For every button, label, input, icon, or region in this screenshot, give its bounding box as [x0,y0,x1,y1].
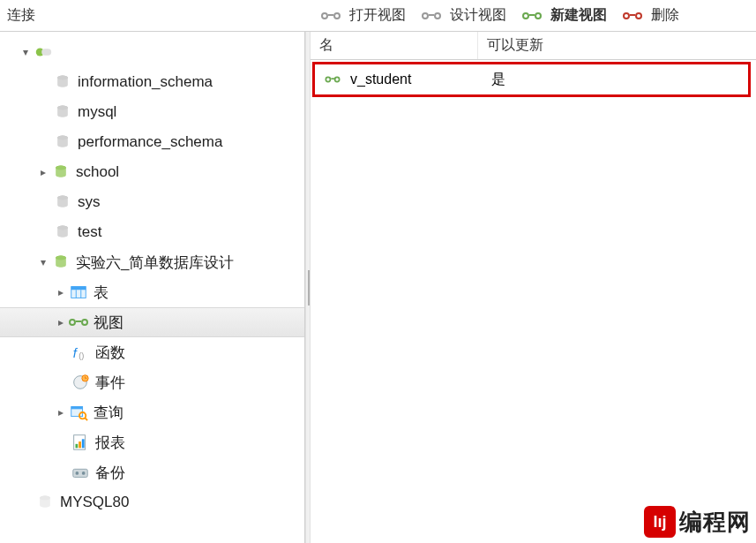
tree-node-events[interactable]: 事件 [0,367,304,397]
svg-text:(): () [79,351,84,360]
mysql80-label: MYSQL80 [60,494,129,511]
toolbar: 打开视图 设计视图 新建视图 删除 [305,4,756,27]
queries-label: 查询 [94,403,124,423]
svg-point-5 [57,106,68,110]
views-label: 视图 [94,313,124,333]
functions-label: 函数 [95,343,125,363]
tree-node-functions[interactable]: f() 函数 [0,337,304,367]
query-icon [69,403,88,422]
panel-title: 连接 [0,6,305,25]
svg-line-29 [85,418,87,420]
database-icon [53,72,72,92]
svg-point-36 [82,471,86,475]
grid-row[interactable]: v_student 是 [315,64,748,94]
column-updatable-header[interactable]: 可以更新 [478,36,756,55]
svg-rect-34 [73,469,88,477]
chevron-right-icon[interactable]: ▸ [53,316,69,328]
svg-rect-27 [71,407,83,410]
highlight-annotation: v_student 是 [312,62,751,97]
svg-point-7 [57,136,68,140]
database-icon [53,192,72,212]
new-view-button[interactable]: 新建视图 [517,4,612,27]
tree-db-performance-schema[interactable]: performance_schema [0,127,304,157]
reports-label: 报表 [95,433,125,453]
design-view-label: 设计视图 [450,6,506,25]
tables-label: 表 [94,283,109,303]
tree-db-information-schema[interactable]: information_schema [0,67,304,97]
watermark-text: 编程网 [679,507,751,538]
database-icon [51,162,71,182]
tree-node-backup[interactable]: 备份 [0,457,304,487]
db-label: school [76,163,119,181]
chevron-down-icon[interactable]: ▾ [18,46,34,58]
glasses-icon [422,6,441,26]
svg-rect-32 [79,441,81,448]
tree-db-test[interactable]: test [0,217,304,247]
row-updatable-value: 是 [483,71,748,89]
report-icon [71,433,90,452]
design-view-button[interactable]: 设计视图 [416,4,512,27]
chevron-down-icon[interactable]: ▾ [35,256,51,268]
glasses-icon [69,313,88,332]
sidebar: ▾ information_schema mysql performance_s… [0,32,305,543]
row-name-value: v_student [350,72,411,87]
content-panel: 名 可以更新 v_student 是 [311,32,756,543]
tree-db-sys[interactable]: sys [0,187,304,217]
svg-rect-31 [76,444,79,449]
db-label: test [78,223,101,241]
connection-icon [34,42,53,62]
tree-connection-mysql80[interactable]: MYSQL80 [0,487,304,517]
svg-point-9 [56,166,66,170]
delete-view-label: 删除 [651,6,679,25]
database-icon [53,222,72,242]
watermark: lıj 编程网 [644,506,751,538]
column-name-header[interactable]: 名 [311,32,478,59]
glasses-icon [522,6,542,26]
svg-point-15 [56,256,66,260]
svg-rect-1 [41,49,51,55]
db-label: mysql [78,103,116,121]
table-icon [69,283,88,302]
database-icon [51,253,71,272]
db-label: performance_schema [78,133,222,151]
glasses-icon [321,6,341,26]
backup-icon [71,463,90,482]
svg-point-38 [40,496,50,501]
svg-point-13 [57,226,68,230]
svg-rect-17 [71,287,86,290]
db-label: 实验六_简单数据库设计 [76,253,234,273]
glasses-icon [623,6,642,26]
svg-point-3 [57,76,68,80]
db-label: sys [78,193,101,211]
tree-node-queries[interactable]: ▸ 查询 [0,397,304,427]
svg-rect-33 [82,439,85,448]
watermark-badge: lıj [644,506,676,538]
svg-text:f: f [73,346,79,360]
new-view-label: 新建视图 [550,6,607,25]
database-icon [53,102,72,122]
database-icon [35,493,55,512]
svg-point-35 [76,471,79,475]
open-view-label: 打开视图 [349,6,406,25]
svg-point-11 [57,196,68,200]
database-icon [53,132,72,152]
backup-label: 备份 [95,463,125,483]
chevron-right-icon[interactable]: ▸ [35,166,51,178]
tree-db-school[interactable]: ▸ school [0,157,304,187]
glasses-icon [324,70,341,89]
tree-connection[interactable]: ▾ [0,37,304,67]
chevron-right-icon[interactable]: ▸ [53,286,69,298]
clock-icon [71,373,90,392]
open-view-button[interactable]: 打开视图 [316,4,411,27]
tree-db-exp6[interactable]: ▾ 实验六_简单数据库设计 [0,247,304,277]
function-icon: f() [71,343,90,362]
tree-node-views[interactable]: ▸ 视图 [0,307,304,337]
tree-node-reports[interactable]: 报表 [0,427,304,457]
tree-node-tables[interactable]: ▸ 表 [0,277,304,307]
splitter[interactable] [305,32,311,543]
delete-view-button[interactable]: 删除 [618,4,685,27]
grid-header: 名 可以更新 [311,32,756,60]
db-label: information_schema [78,73,213,91]
chevron-right-icon[interactable]: ▸ [53,406,69,419]
tree-db-mysql[interactable]: mysql [0,97,304,127]
